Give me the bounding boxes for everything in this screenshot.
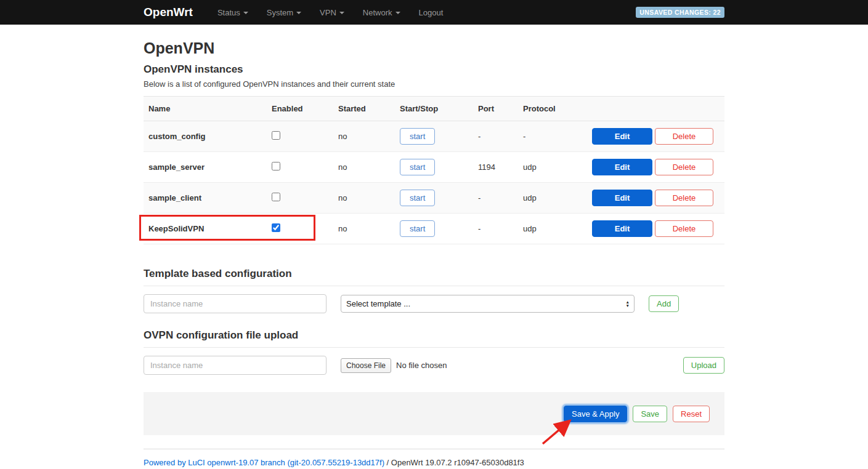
protocol-value: udp <box>518 152 587 183</box>
edit-button[interactable]: Edit <box>592 190 652 206</box>
footer: Powered by LuCI openwrt-19.07 branch (gi… <box>144 458 724 467</box>
instance-row: KeepSolidVPNnostart-udpEditDelete <box>144 214 724 244</box>
enabled-checkbox[interactable] <box>272 131 280 140</box>
start-button[interactable]: start <box>400 128 435 145</box>
chevron-down-icon <box>296 12 301 14</box>
nav-item-logout[interactable]: Logout <box>419 8 444 17</box>
file-input-group: Choose File No file chosen <box>341 358 669 373</box>
upload-form-row: Choose File No file chosen Upload <box>144 356 724 375</box>
chevron-down-icon <box>339 12 344 14</box>
template-form-row: Select template ... ▲▼ Add <box>144 294 724 313</box>
table-header-row: Name Enabled Started Start/Stop Port Pro… <box>144 97 724 121</box>
main-menu: Status System VPN Network Logout <box>217 8 443 17</box>
instance-name: KeepSolidVPN <box>148 224 204 233</box>
instances-table-body: custom_confignostart--EditDeletesample_s… <box>144 121 724 244</box>
divider <box>144 286 724 286</box>
started-status: no <box>333 183 395 214</box>
add-button[interactable]: Add <box>649 295 679 312</box>
edit-button[interactable]: Edit <box>592 128 652 145</box>
instances-description: Below is a list of configured OpenVPN in… <box>144 79 724 89</box>
column-header-actions <box>587 97 724 121</box>
no-file-chosen-text: No file chosen <box>396 361 447 370</box>
nav-item-status[interactable]: Status <box>217 8 248 17</box>
chevron-down-icon <box>395 12 400 14</box>
column-header-name: Name <box>144 97 267 121</box>
column-header-protocol: Protocol <box>518 97 587 121</box>
enabled-checkbox[interactable] <box>272 193 280 201</box>
template-instance-name-input[interactable] <box>144 294 327 313</box>
nav-item-network[interactable]: Network <box>363 8 400 17</box>
started-status: no <box>333 214 395 244</box>
upload-section-heading: OVPN configuration file upload <box>144 329 724 342</box>
column-header-started: Started <box>333 97 395 121</box>
started-status: no <box>333 152 395 183</box>
instance-row: sample_servernostart1194udpEditDelete <box>144 152 724 183</box>
start-button[interactable]: start <box>400 220 435 237</box>
main-content: OpenVPN OpenVPN instances Below is a lis… <box>144 39 724 467</box>
delete-button[interactable]: Delete <box>655 190 713 206</box>
column-header-startstop: Start/Stop <box>395 97 473 121</box>
upload-button[interactable]: Upload <box>683 357 724 374</box>
delete-button[interactable]: Delete <box>655 128 713 145</box>
upload-instance-name-input[interactable] <box>144 356 327 375</box>
luci-footer-link[interactable]: Powered by LuCI openwrt-19.07 branch (gi… <box>144 458 384 467</box>
footer-version-text: / OpenWrt 19.07.2 r10947-65030d81f3 <box>384 458 524 467</box>
started-status: no <box>333 121 395 152</box>
template-select[interactable]: Select template ... <box>341 295 635 313</box>
delete-button[interactable]: Delete <box>655 220 713 237</box>
action-panel: Save & Apply Save Reset <box>144 392 724 435</box>
save-apply-button[interactable]: Save & Apply <box>564 406 627 422</box>
instance-row: custom_confignostart--EditDelete <box>144 121 724 152</box>
column-header-port: Port <box>473 97 518 121</box>
chevron-down-icon <box>243 12 248 14</box>
port-value: 1194 <box>473 152 518 183</box>
template-select-wrap: Select template ... ▲▼ <box>341 295 635 313</box>
column-header-enabled: Enabled <box>267 97 333 121</box>
port-value: - <box>473 214 518 244</box>
instances-heading: OpenVPN instances <box>144 63 724 76</box>
delete-button[interactable]: Delete <box>655 159 713 175</box>
template-section-heading: Template based configuration <box>144 268 724 280</box>
enabled-checkbox[interactable] <box>272 162 280 170</box>
instance-name: sample_server <box>148 162 205 172</box>
divider <box>144 449 724 449</box>
instance-name: custom_config <box>148 132 205 141</box>
start-button[interactable]: start <box>400 190 435 206</box>
nav-item-system[interactable]: System <box>267 8 301 17</box>
save-button[interactable]: Save <box>633 406 667 422</box>
unsaved-changes-badge[interactable]: UNSAVED CHANGES: 22 <box>636 7 724 18</box>
start-button[interactable]: start <box>400 159 435 175</box>
protocol-value: - <box>518 121 587 152</box>
port-value: - <box>473 121 518 152</box>
choose-file-button[interactable]: Choose File <box>341 358 391 373</box>
navbar: OpenWrt Status System VPN Network Logout… <box>0 0 868 25</box>
instances-table: Name Enabled Started Start/Stop Port Pro… <box>144 96 724 244</box>
instance-name: sample_client <box>148 193 201 202</box>
brand-logo[interactable]: OpenWrt <box>144 6 193 19</box>
edit-button[interactable]: Edit <box>592 220 652 237</box>
reset-button[interactable]: Reset <box>673 406 710 422</box>
divider <box>144 347 724 348</box>
protocol-value: udp <box>518 183 587 214</box>
enabled-checkbox[interactable] <box>272 223 280 232</box>
nav-item-vpn[interactable]: VPN <box>320 8 344 17</box>
instance-row: sample_clientnostart-udpEditDelete <box>144 183 724 214</box>
port-value: - <box>473 183 518 214</box>
protocol-value: udp <box>518 214 587 244</box>
page-title: OpenVPN <box>144 39 724 57</box>
edit-button[interactable]: Edit <box>592 159 652 175</box>
